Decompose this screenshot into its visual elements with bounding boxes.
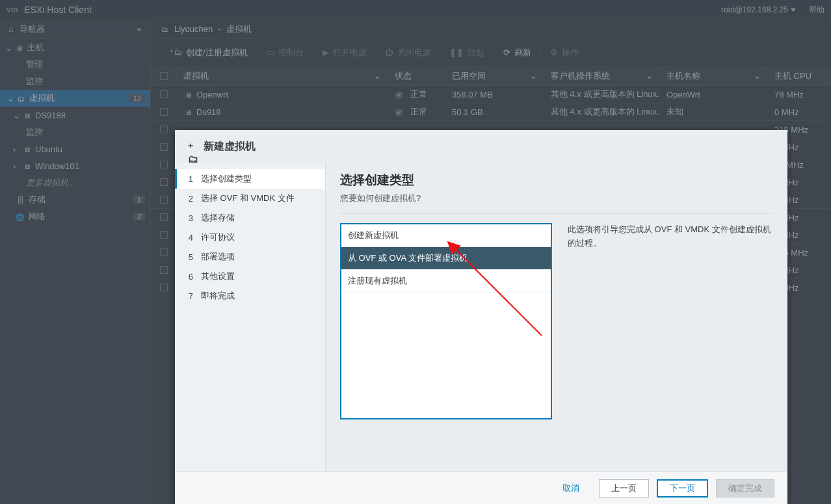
modal-subheading: 您要如何创建虚拟机? — [340, 192, 773, 204]
modal-title-label: 新建虚拟机 — [204, 140, 256, 153]
wizard-step-5[interactable]: 5部署选项 — [175, 247, 325, 267]
step-label: 选择存储 — [201, 212, 235, 224]
wizard-step-2[interactable]: 2选择 OVF 和 VMDK 文件 — [175, 189, 325, 208]
wizard-step-3[interactable]: 3选择存储 — [175, 208, 325, 228]
option-create-new[interactable]: 创建新虚拟机 — [341, 224, 551, 247]
modal-footer: 取消 上一页 下一页 确定完成 — [175, 471, 787, 504]
step-label: 选择 OVF 和 VMDK 文件 — [201, 192, 295, 204]
step-label: 即将完成 — [201, 290, 235, 302]
wizard-step-6[interactable]: 6其他设置 — [175, 267, 325, 286]
modal-heading: 选择创建类型 — [340, 172, 773, 189]
new-vm-icon: ⁺🗂 — [188, 141, 198, 152]
next-button[interactable]: 下一页 — [657, 479, 708, 497]
step-label: 选择创建类型 — [201, 173, 252, 185]
prev-button[interactable]: 上一页 — [599, 479, 649, 497]
wizard-step-4[interactable]: 4许可协议 — [175, 228, 325, 247]
modal-title: ⁺🗂 新建虚拟机 — [175, 130, 787, 163]
cancel-button[interactable]: 取消 — [551, 479, 591, 497]
step-label: 许可协议 — [201, 232, 235, 243]
wizard-step-7[interactable]: 7即将完成 — [175, 286, 325, 306]
option-deploy-ovf[interactable]: 从 OVF 或 OVA 文件部署虚拟机 — [341, 247, 551, 270]
step-label: 部署选项 — [201, 251, 235, 263]
wizard-steps: 1选择创建类型 2选择 OVF 和 VMDK 文件 3选择存储 4许可协议 5部… — [175, 163, 326, 471]
finish-button[interactable]: 确定完成 — [716, 479, 774, 497]
create-type-list: 创建新虚拟机 从 OVF 或 OVA 文件部署虚拟机 注册现有虚拟机 — [340, 223, 552, 419]
option-register-existing[interactable]: 注册现有虚拟机 — [341, 270, 551, 293]
step-label: 其他设置 — [201, 271, 235, 282]
wizard-step-1[interactable]: 1选择创建类型 — [175, 169, 325, 189]
option-description: 此选项将引导您完成从 OVF 和 VMDK 文件创建虚拟机的过程。 — [568, 223, 773, 419]
new-vm-modal: ⁺🗂 新建虚拟机 1选择创建类型 2选择 OVF 和 VMDK 文件 3选择存储… — [175, 130, 787, 504]
